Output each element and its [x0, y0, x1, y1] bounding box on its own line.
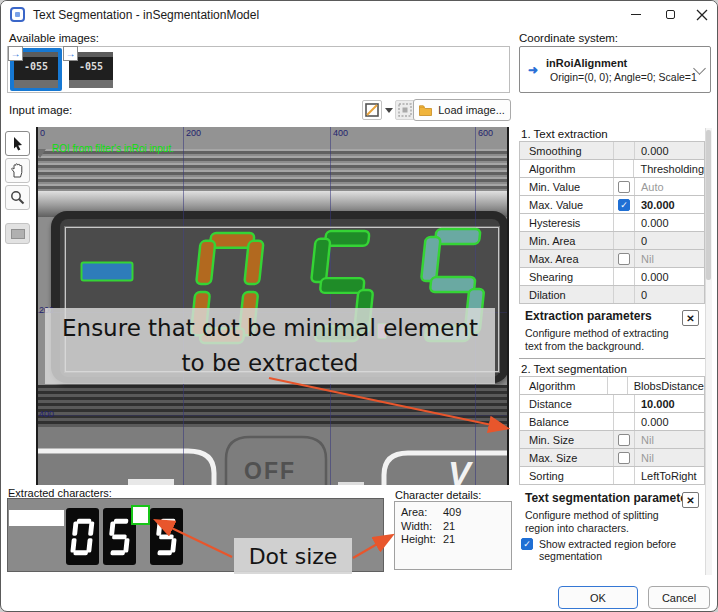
- title-bar: Text Segmentation - inSegmentationModel: [1, 1, 717, 28]
- extraction-row-min-area[interactable]: Min. Area0: [520, 232, 704, 250]
- param-name: Dilation: [520, 286, 614, 303]
- extracted-char-dot-selected[interactable]: [131, 505, 150, 525]
- param-value[interactable]: Nil: [635, 434, 704, 446]
- extraction-row-hysteresis[interactable]: Hysteresis0.000: [520, 214, 704, 232]
- param-name: Max. Size: [520, 449, 614, 466]
- minimize-button[interactable]: [618, 1, 653, 28]
- close-help-button[interactable]: ✕: [682, 492, 699, 508]
- character-details-box: Area:409 Width:21 Height:21: [394, 501, 512, 570]
- coordinate-system-dropdown[interactable]: ➜ inRoiAlignment Origin=(0, 0); Angle=0;…: [519, 46, 711, 93]
- close-button[interactable]: [685, 1, 718, 28]
- param-name: Min. Area: [520, 232, 614, 249]
- param-value[interactable]: Nil: [635, 253, 704, 265]
- extraction-row-max-area[interactable]: Max. AreaNil: [520, 250, 704, 268]
- param-name: Max. Value: [520, 196, 614, 213]
- fit-view-button[interactable]: [395, 100, 415, 120]
- param-value[interactable]: 0.000: [635, 145, 704, 157]
- extracted-char-minus[interactable]: [9, 510, 64, 526]
- panel-scrollbar-thumb[interactable]: [706, 130, 711, 280]
- ruler-label: 0: [40, 128, 45, 138]
- overlay-caret-icon[interactable]: [385, 108, 393, 113]
- cancel-button[interactable]: Cancel: [648, 586, 710, 609]
- zoom-tool-button[interactable]: [5, 185, 30, 210]
- param-value[interactable]: Thresholding: [634, 163, 704, 175]
- extracted-char-0[interactable]: [66, 508, 99, 565]
- ensure-line-1: Ensure that dot be minimal element: [45, 311, 495, 346]
- param-checkbox-unchecked[interactable]: [618, 434, 630, 446]
- param-name: Smoothing: [520, 142, 614, 159]
- param-value[interactable]: BlobsDistance: [628, 380, 704, 392]
- overlay-display-button[interactable]: [362, 100, 382, 120]
- dialog-icon: [10, 7, 25, 22]
- segmentation-row-distance[interactable]: Distance10.000: [520, 395, 704, 413]
- extraction-row-smoothing[interactable]: Smoothing0.000: [520, 142, 704, 160]
- close-icon: [696, 9, 708, 21]
- extraction-row-min-value[interactable]: Min. ValueAuto: [520, 178, 704, 196]
- thumbnail-2[interactable]: -055 →: [65, 48, 117, 91]
- param-checkbox-cell: [614, 196, 635, 213]
- ruler-label: 600: [478, 128, 493, 138]
- param-value[interactable]: 0: [635, 235, 704, 247]
- param-value[interactable]: LeftToRight: [635, 470, 704, 482]
- param-checkbox-cell: [614, 160, 635, 177]
- pan-tool-button[interactable]: [5, 158, 30, 183]
- param-checkbox-cell: [614, 142, 635, 159]
- roi-note-text: ROI from filter's inRoi input.: [52, 143, 174, 154]
- show-extracted-checkbox[interactable]: [521, 538, 533, 550]
- param-name: Distance: [520, 395, 614, 412]
- segmentation-row-sorting[interactable]: SortingLeftToRight: [520, 467, 704, 485]
- load-image-button[interactable]: Load image...: [413, 99, 511, 121]
- window-title: Text Segmentation - inSegmentationModel: [33, 8, 259, 22]
- param-name: Algorithm: [520, 377, 608, 394]
- show-extracted-option[interactable]: Show extracted region before segmentatio…: [521, 538, 709, 562]
- maximize-button[interactable]: [653, 1, 688, 28]
- thumbnail-1-selected[interactable]: -055 →: [10, 48, 62, 91]
- grid-line: [38, 415, 507, 416]
- image-viewport[interactable]: 0 200 400 600 200 400 ROI from filter's …: [36, 127, 509, 485]
- param-value[interactable]: 0.000: [635, 271, 704, 283]
- param-value[interactable]: 10.000: [635, 398, 704, 410]
- param-checkbox-unchecked[interactable]: [618, 181, 630, 193]
- alignment-arrow-icon: ➜: [528, 63, 538, 77]
- display-char-minus: [80, 261, 134, 287]
- extraction-row-dilation[interactable]: Dilation0: [520, 286, 704, 304]
- param-name: Min. Size: [520, 431, 614, 448]
- param-checkbox-checked[interactable]: [618, 199, 630, 211]
- param-name: Max. Area: [520, 250, 614, 267]
- hand-icon: [10, 163, 25, 178]
- param-checkbox-unchecked[interactable]: [618, 452, 630, 464]
- segmentation-row-balance[interactable]: Balance0.000: [520, 413, 704, 431]
- param-value[interactable]: 30.000: [635, 199, 704, 211]
- segmentation-parameters-title: Text segmentation parameters: [525, 491, 699, 505]
- select-tool-button[interactable]: [5, 131, 30, 156]
- param-value[interactable]: 0.000: [635, 416, 704, 428]
- param-name: Shearing: [520, 268, 614, 285]
- param-value[interactable]: 0.000: [635, 217, 704, 229]
- param-value[interactable]: Nil: [635, 452, 704, 464]
- param-checkbox-unchecked[interactable]: [618, 253, 630, 265]
- roi-marker-icon: [36, 149, 46, 158]
- extraction-row-max-value[interactable]: Max. Value30.000: [520, 196, 704, 214]
- detail-width: Width:21: [401, 520, 505, 534]
- segmentation-row-algorithm[interactable]: AlgorithmBlobsDistance: [520, 377, 704, 395]
- ok-button[interactable]: OK: [558, 586, 638, 609]
- param-value[interactable]: 0: [635, 289, 704, 301]
- extracted-char-5[interactable]: [150, 508, 183, 565]
- photo-ribs-bottom: [38, 385, 507, 427]
- close-help-button[interactable]: ✕: [682, 310, 699, 326]
- text-segmentation-dialog: Text Segmentation - inSegmentationModel …: [0, 0, 718, 612]
- available-images-label: Available images:: [9, 32, 99, 44]
- character-details-label: Character details:: [395, 489, 481, 501]
- segmentation-row-min-size[interactable]: Min. SizeNil: [520, 431, 704, 449]
- param-name: Algorithm: [520, 160, 614, 177]
- thumbnail-display-value: -055: [69, 61, 113, 72]
- region-swatch-button[interactable]: [5, 223, 30, 244]
- extraction-row-shearing[interactable]: Shearing0.000: [520, 268, 704, 286]
- available-images-strip: -055 → -055 →: [7, 46, 510, 93]
- section-text-extraction: 1. Text extraction: [521, 128, 608, 140]
- extraction-table: Smoothing0.000AlgorithmThresholdingMin. …: [519, 141, 705, 304]
- extraction-row-algorithm[interactable]: AlgorithmThresholding: [520, 160, 704, 178]
- segmentation-row-max-size[interactable]: Max. SizeNil: [520, 449, 704, 467]
- param-value[interactable]: Auto: [635, 181, 704, 193]
- extraction-parameters-title: Extraction parameters: [525, 309, 699, 323]
